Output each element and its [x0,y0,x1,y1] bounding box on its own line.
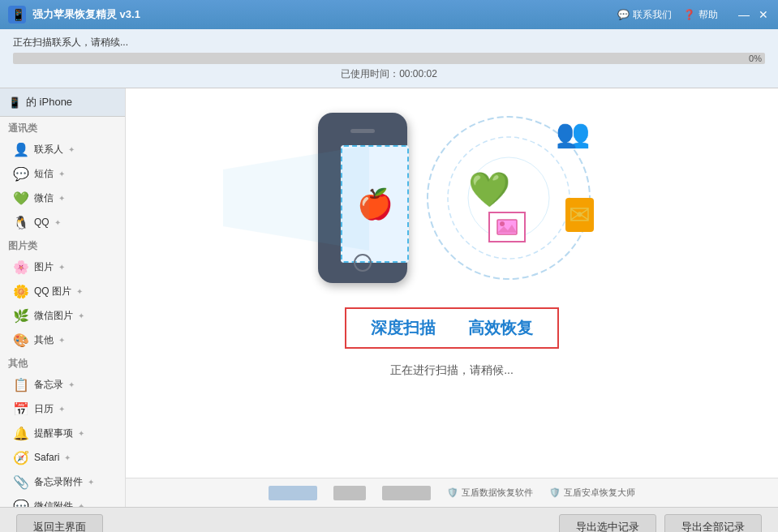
sidebar-item-qq[interactable]: 🐧 QQ ✦ [0,210,125,234]
scan-beam [223,145,369,251]
section-others: 其他 [0,352,125,372]
title-bar: 📱 强力苹果恢复精灵 v3.1 💬 联系我们 ❓ 帮助 — ✕ [0,0,778,29]
device-name: 📱 的 iPhone [0,88,125,117]
sidebar-item-calendar[interactable]: 📅 日历 ✦ [0,397,125,421]
others-photos-label: 其他 [34,333,54,347]
sms-label: 短信 [34,167,54,181]
chat-icon: 💬 [617,9,630,20]
wechat-label: 微信 [34,191,54,205]
safari-icon: 🧭 [13,449,29,466]
contacts-float-icon: 👥 [556,117,590,149]
sidebar-item-others-photos[interactable]: 🎨 其他 ✦ [0,328,125,352]
shield-icon-2: 🛡️ [549,487,561,498]
calendar-label: 日历 [34,402,54,416]
ad-item-android-recovery: 🛡️ 互盾安卓恢复大师 [549,487,635,499]
qq-icon: 🐧 [13,214,29,230]
export-selected-btn[interactable]: 导出选中记录 [559,514,656,533]
notes-icon: 📋 [13,376,29,393]
wechat-attachments-label: 微信附件 [34,500,73,508]
wechat-attachments-icon: 💬 [13,498,29,507]
calendar-icon: 📅 [13,401,29,417]
wechat-icon: 💚 [13,190,29,206]
sidebar-item-wechat-attachments[interactable]: 💬 微信附件 ✦ [0,494,125,507]
help-btn[interactable]: ❓ 帮助 [683,8,718,22]
notes-label: 备忘录 [34,378,63,392]
sidebar-item-wechat[interactable]: 💚 微信 ✦ [0,186,125,210]
main-layout: 📱 的 iPhone 通讯类 👤 联系人 ✦ 💬 短信 ✦ 💚 微信 ✦ 🐧 Q… [0,88,778,507]
reminders-icon: 🔔 [13,425,29,441]
scanning-status: 正在扫描联系人，请稍续... [13,36,765,49]
deep-scan-label: 深度扫描 [371,317,436,339]
email-float-icon: ✉ [565,198,594,232]
photos-icon: 🌸 [13,259,29,275]
sidebar-item-notes[interactable]: 📋 备忘录 ✦ [0,372,125,397]
contacts-label: 联系人 [34,143,63,157]
sidebar-item-photos[interactable]: 🌸 图片 ✦ [0,255,125,279]
qq-photos-label: QQ 图片 [34,285,71,298]
reminders-label: 提醒事项 [34,427,73,440]
ad-bar: 🛡️ 互盾数据恢复软件 🛡️ 互盾安卓恢复大师 [126,478,778,507]
qq-photos-icon: 🌼 [13,283,29,299]
scanning-hint-text: 正在进行扫描，请稍候... [390,363,514,378]
safari-label: Safari [34,452,59,463]
sidebar: 📱 的 iPhone 通讯类 👤 联系人 ✦ 💬 短信 ✦ 💚 微信 ✦ 🐧 Q… [0,88,126,507]
contact-us-btn[interactable]: 💬 联系我们 [617,8,672,22]
sidebar-item-sms[interactable]: 💬 短信 ✦ [0,161,125,186]
ad-logo-2 [333,486,366,500]
help-icon: ❓ [683,9,695,20]
efficient-recover-label: 高效恢复 [468,317,533,339]
wechat-float-icon: 💚 [468,169,510,209]
sidebar-item-reminders[interactable]: 🔔 提醒事项 ✦ [0,421,125,445]
progress-area: 正在扫描联系人，请稍续... 0% 已使用时间：00:00:02 [0,29,778,88]
phone-icon: 📱 [8,97,21,109]
illustration: 🍎 👥 💚 [142,105,762,291]
section-photos: 图片类 [0,234,125,255]
content-area: 🍎 👥 💚 [126,88,778,507]
ad-logo-3 [382,486,431,500]
sidebar-item-notes-attachments[interactable]: 📎 备忘录附件 ✦ [0,470,125,494]
window-controls: — ✕ [737,8,770,21]
image-float-icon [488,212,526,242]
sidebar-item-safari[interactable]: 🧭 Safari ✦ [0,445,125,470]
phone-speaker [350,129,375,133]
close-btn[interactable]: ✕ [757,8,770,21]
progress-percentage: 0% [749,53,762,64]
notes-attachments-label: 备忘录附件 [34,475,83,489]
footer-bar: 返回主界面 导出选中记录 导出全部记录 [0,507,778,532]
progress-bar: 0% [13,53,765,64]
shield-icon-1: 🛡️ [447,487,458,498]
wechat-photos-icon: 🌿 [13,307,29,324]
ad-item-data-recovery: 🛡️ 互盾数据恢复软件 [447,487,533,499]
minimize-btn[interactable]: — [737,8,750,21]
notes-attachments-icon: 📎 [13,474,29,490]
contacts-icon: 👤 [13,141,29,157]
sms-icon: 💬 [13,165,29,182]
wechat-photos-label: 微信图片 [34,309,73,323]
section-communications: 通讯类 [0,117,125,137]
ad-logo-1 [269,486,317,500]
svg-marker-2 [223,145,369,251]
app-title: 强力苹果恢复精灵 v3.1 [32,7,617,22]
svg-point-8 [500,221,505,226]
photos-label: 图片 [34,260,54,274]
deep-scan-box: 深度扫描 高效恢复 [345,307,559,349]
back-to-main-btn[interactable]: 返回主界面 [16,514,103,533]
export-all-btn[interactable]: 导出全部记录 [664,514,762,533]
app-icon: 📱 [8,6,26,24]
sidebar-item-wechat-photos[interactable]: 🌿 微信图片 ✦ [0,303,125,328]
progress-time: 已使用时间：00:00:02 [13,67,765,81]
svg-text:📱: 📱 [11,8,26,22]
phone-home-button [354,254,372,272]
sidebar-item-contacts[interactable]: 👤 联系人 ✦ [0,137,125,161]
qq-label: QQ [34,217,49,228]
others-photos-icon: 🎨 [13,332,29,348]
title-actions: 💬 联系我们 ❓ 帮助 — ✕ [617,8,770,22]
icons-cluster: 👥 💚 ✉ [419,109,598,287]
sidebar-item-qq-photos[interactable]: 🌼 QQ 图片 ✦ [0,279,125,303]
